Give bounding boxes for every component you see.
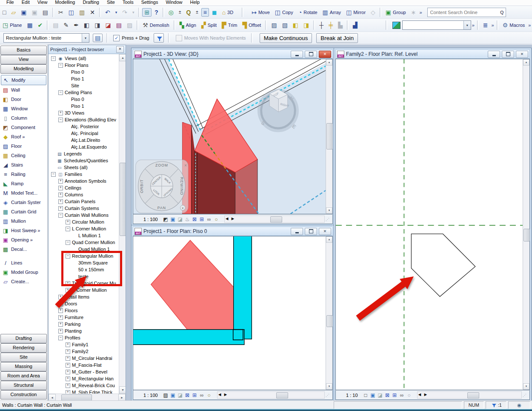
resize-grip[interactable]: ⋰ (326, 217, 331, 222)
temporary-hide-icon[interactable]: ∞ (398, 392, 406, 398)
content-search-box[interactable]: Q (427, 8, 506, 17)
design-tool-door[interactable]: ◧Door (0, 95, 47, 104)
move-button[interactable]: ↦Move (249, 8, 272, 17)
tree-item[interactable]: Alç.Lat.Direito (49, 137, 119, 144)
tree-item[interactable]: Quad Mullion 1 (49, 246, 119, 253)
trim-button[interactable]: ▛Trim (220, 21, 239, 29)
design-tab-room-and-area[interactable]: Room and Area (0, 371, 47, 381)
crop-visible-icon[interactable]: ⊞ (191, 392, 198, 398)
toolbar-overflow-chevron[interactable]: » (471, 23, 475, 28)
scroll-left-icon[interactable]: ◄ (418, 392, 422, 397)
minimize-button[interactable] (291, 51, 303, 58)
close-button[interactable]: ✕ (319, 228, 331, 235)
tree-item[interactable]: +Family2 (49, 348, 119, 355)
save-all-button[interactable]: ▣ (29, 8, 39, 17)
toolbar-overflow-chevron[interactable]: » (527, 23, 532, 28)
edit-wall-joins-button[interactable]: ╪ (326, 21, 335, 29)
rendering-icon[interactable]: ♨ (184, 216, 191, 222)
view-scale[interactable]: 1 : 100 (143, 217, 158, 222)
design-tab-basics[interactable]: Basics (0, 46, 47, 55)
tree-item[interactable]: −◉Views (all) (49, 55, 119, 62)
join-geometry-button[interactable]: ▨ (269, 21, 279, 29)
zoom-dropdown-pin[interactable]: ± (194, 8, 200, 17)
open-button[interactable]: ▱ (9, 8, 18, 17)
scroll-down-icon[interactable]: ▼ (326, 207, 332, 214)
close-button[interactable]: ✕ (319, 51, 331, 58)
expand-icon[interactable]: + (66, 383, 70, 388)
tree-item[interactable]: L Mullion 1 (49, 232, 119, 239)
tree-item[interactable]: +M_Slab Edge Thick (49, 389, 119, 394)
expand-icon[interactable]: + (58, 199, 63, 204)
tree-item[interactable]: −Quad Corner Mullion (49, 239, 119, 246)
reveal-hidden-icon[interactable]: ○ (406, 392, 413, 398)
worksets-list-button[interactable]: ≣ (481, 21, 490, 29)
vertical-scrollbar[interactable]: ▲ ▼ (326, 59, 333, 214)
design-tool-stairs[interactable]: ◢Stairs (0, 160, 47, 170)
view-dropdown-pin[interactable]: ± (177, 8, 183, 17)
scroll-up-icon[interactable]: ▲ (326, 59, 332, 66)
horizontal-scrollbar[interactable]: ◄ ► (417, 391, 522, 399)
cut-geometry-button[interactable]: ◧ (291, 21, 300, 29)
design-tab-rendering[interactable]: Rendering (0, 343, 47, 353)
spline-button[interactable]: ✒ (72, 21, 81, 29)
expand-icon[interactable]: + (66, 220, 70, 224)
model-graphics-icon[interactable]: ▣ (369, 392, 377, 398)
expand-icon[interactable]: + (58, 315, 63, 320)
crop-region-off-icon[interactable]: ⊠ (184, 392, 191, 398)
viewcube[interactable]: TOP RIGHT N S E (257, 89, 299, 132)
expand-icon[interactable]: + (58, 308, 63, 313)
design-tool-lines[interactable]: /Lines (0, 258, 47, 267)
tree-item[interactable]: +Curtain Panels (49, 198, 119, 205)
crop-visible-icon[interactable]: ⊞ (198, 216, 206, 222)
menu-edit[interactable]: Edit (18, 0, 34, 6)
design-tool-ceiling[interactable]: ▦Ceiling (0, 151, 47, 160)
model-graphics-icon[interactable]: ▣ (169, 216, 177, 222)
thin-lines-toggle[interactable]: ≡ (201, 8, 209, 17)
array-button[interactable]: ▥Array (320, 8, 343, 17)
close-icon[interactable]: ✕ (116, 46, 124, 53)
group-button[interactable]: ▣Group (383, 8, 408, 17)
view-scale[interactable]: 1 : 100 (143, 393, 158, 398)
rotate-button[interactable]: ◔Rotate (296, 8, 320, 17)
design-tool-wall[interactable]: ▤Wall (0, 85, 47, 95)
break-at-join-button[interactable]: Break at Join (316, 33, 358, 43)
split-button[interactable]: ▞Split (199, 21, 219, 29)
design-tool-component[interactable]: ◩Component (0, 123, 47, 132)
design-tab-drafting[interactable]: Drafting (0, 334, 47, 343)
scrollbar-thumb[interactable] (523, 229, 530, 241)
tree-item[interactable]: ▦Schedules/Quantities (49, 157, 119, 164)
expand-icon[interactable]: + (66, 356, 70, 361)
shadows-icon[interactable]: ◪ (177, 392, 184, 398)
tree-item[interactable]: teste (49, 273, 119, 280)
table-button[interactable]: ▤ (51, 21, 60, 29)
paste-button[interactable]: ▥ (77, 8, 87, 17)
type-selector-combobox[interactable]: Rectangular Mullion : teste ▾ (3, 33, 89, 43)
design-tool-modify[interactable]: ↖Modify (1, 75, 46, 85)
collapse-icon[interactable]: − (58, 118, 63, 122)
menu-settings[interactable]: Settings (137, 0, 162, 6)
design-tab-structural[interactable]: Structural (0, 381, 47, 390)
tree-item[interactable]: Alç. Principal (49, 130, 119, 137)
tree-item[interactable]: +M_Reveal-Brick Cou (49, 382, 119, 389)
design-tool-floor[interactable]: ▨Floor (0, 141, 47, 151)
tree-item[interactable]: Piso 1 (49, 75, 119, 82)
expand-icon[interactable]: + (58, 302, 63, 306)
expand-icon[interactable]: + (66, 342, 70, 347)
hatch-button[interactable]: ▨ (125, 21, 134, 29)
work-plane-button[interactable]: ◳Plane (0, 21, 24, 29)
print-button[interactable]: ▤ (40, 8, 50, 17)
tree-item[interactable]: −Ceiling Plans (49, 89, 119, 96)
design-tool-column[interactable]: ▯Column (0, 113, 47, 123)
design-tab-modelling[interactable]: Modelling (0, 64, 47, 74)
design-tool-host-sweep[interactable]: ◨Host Sweep » (0, 226, 47, 235)
expand-icon[interactable]: + (58, 186, 63, 190)
menu-modelling[interactable]: Modelling (51, 0, 79, 6)
collapse-icon[interactable]: − (58, 336, 63, 340)
tree-item[interactable]: +Curtain Systems (49, 205, 119, 212)
uncut-geometry-button[interactable]: ◨ (301, 21, 311, 29)
detail-level-icon[interactable]: ▨ (162, 392, 169, 398)
window-titlebar[interactable]: RVT Family2 - Floor Plan: Ref. Level ✕ (335, 49, 530, 59)
design-tool-curtain-syster[interactable]: ◈Curtain Syster (0, 198, 47, 207)
design-tab-view[interactable]: View (0, 55, 47, 64)
scrollbar-thumb[interactable] (61, 394, 92, 401)
